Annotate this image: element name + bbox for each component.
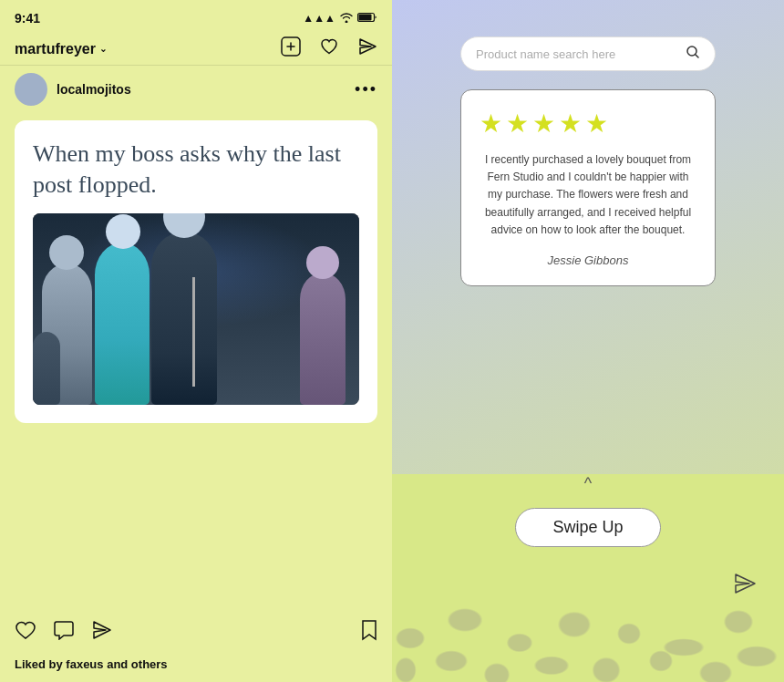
swipe-up-button[interactable]: Swipe Up xyxy=(515,508,660,547)
swipe-area: ^ Swipe Up xyxy=(392,474,784,682)
swipe-chevron-icon: ^ xyxy=(584,474,592,493)
comment-icon[interactable] xyxy=(53,620,75,646)
send-icon-right[interactable] xyxy=(733,573,757,600)
more-options-icon[interactable]: ••• xyxy=(355,80,377,99)
search-placeholder: Product name search here xyxy=(476,47,676,61)
avatar xyxy=(15,73,47,106)
post-action-left xyxy=(15,620,113,646)
status-bar: 9:41 ▲▲▲ xyxy=(0,0,392,33)
post-actions xyxy=(0,612,392,654)
signal-icon: ▲▲▲ xyxy=(303,12,335,25)
right-top-content: Product name search here ★ ★ ★ ★ ★ xyxy=(392,0,784,474)
star-4: ★ xyxy=(559,108,582,139)
post-text: When my boss asks why the last post flop… xyxy=(33,139,359,201)
bookmark-icon[interactable] xyxy=(361,619,377,646)
swipe-content: ^ Swipe Up xyxy=(392,474,784,547)
post-user[interactable]: localmojitos xyxy=(15,73,131,106)
post-image-content xyxy=(33,213,359,405)
review-card: ★ ★ ★ ★ ★ I recently purchased a lovely … xyxy=(460,89,716,286)
ig-nav-username[interactable]: martufreyer ⌄ xyxy=(15,41,107,57)
post-card: When my boss asks why the last post flop… xyxy=(15,120,377,423)
instagram-panel: 9:41 ▲▲▲ xyxy=(0,0,392,682)
post-header: localmojitos ••• xyxy=(0,66,392,113)
post-content: When my boss asks why the last post flop… xyxy=(0,113,392,612)
instagram-header: martufreyer ⌄ xyxy=(0,33,392,66)
post-image xyxy=(33,213,359,405)
post-username: localmojitos xyxy=(57,82,131,97)
status-icons: ▲▲▲ xyxy=(303,12,377,26)
ig-header-actions xyxy=(281,36,377,61)
nav-username-text: martufreyer xyxy=(15,41,96,57)
status-time: 9:41 xyxy=(15,11,40,26)
star-2: ★ xyxy=(506,108,529,139)
wifi-icon xyxy=(339,12,354,26)
add-post-icon[interactable] xyxy=(281,36,301,61)
star-3: ★ xyxy=(532,108,555,139)
heart-icon[interactable] xyxy=(319,36,339,61)
like-icon[interactable] xyxy=(15,620,36,646)
bottom-bg: ^ Swipe Up xyxy=(392,474,784,682)
stars-row: ★ ★ ★ ★ ★ xyxy=(480,108,696,139)
send-icon[interactable] xyxy=(357,36,377,61)
right-panel: Product name search here ★ ★ ★ ★ ★ xyxy=(392,0,784,682)
search-bar[interactable]: Product name search here xyxy=(460,36,716,71)
post-likes: Liked by faxeus and others xyxy=(0,654,392,682)
username-chevron-icon: ⌄ xyxy=(99,44,107,54)
main-layout: 9:41 ▲▲▲ xyxy=(0,0,784,682)
reviewer-name: Jessie Gibbons xyxy=(480,253,696,267)
share-icon[interactable] xyxy=(91,620,113,646)
review-text: I recently purchased a lovely bouquet fr… xyxy=(480,151,696,239)
search-icon[interactable] xyxy=(686,45,700,63)
svg-rect-1 xyxy=(359,14,372,20)
battery-icon xyxy=(357,12,377,26)
star-1: ★ xyxy=(480,108,502,139)
star-5: ★ xyxy=(585,108,608,139)
